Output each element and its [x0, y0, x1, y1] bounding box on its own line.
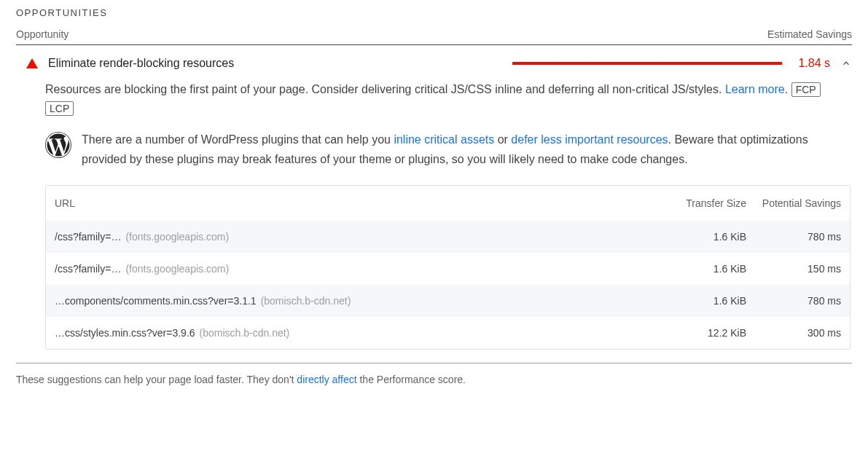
cell-origin: (bomisch.b-cdn.net) — [200, 327, 290, 339]
cell-savings: 780 ms — [746, 231, 841, 243]
desc-text: Resources are blocking the first paint o… — [45, 83, 725, 95]
footer-suf: the Performance score. — [357, 374, 466, 385]
metric-tag-lcp: LCP — [45, 101, 74, 116]
wordpress-text: There are a number of WordPress plugins … — [82, 130, 851, 169]
resources-table: URL Transfer Size Potential Savings /css… — [45, 185, 851, 350]
th-url: URL — [55, 197, 630, 209]
inline-critical-link[interactable]: inline critical assets — [394, 133, 494, 146]
table-row: …components/comments.min.css?ver=3.1.1(b… — [46, 285, 850, 317]
audit-title: Eliminate render-blocking resources — [48, 57, 234, 70]
audit-details: Resources are blocking the first paint o… — [16, 80, 852, 350]
table-row: /css?family=…(fonts.googleapis.com) 1.6 … — [46, 221, 850, 253]
savings-bar — [512, 62, 782, 65]
desc-suffix: . — [785, 83, 788, 95]
th-size: Transfer Size — [630, 197, 746, 209]
cell-url: /css?family=… — [55, 263, 121, 275]
fail-icon — [26, 58, 38, 68]
chevron-up-icon[interactable] — [840, 58, 852, 69]
directly-affect-link[interactable]: directly affect — [297, 374, 356, 385]
cell-size: 1.6 KiB — [630, 263, 746, 275]
wp-mid: or — [494, 133, 511, 146]
cell-origin: (bomisch.b-cdn.net) — [261, 295, 351, 307]
wordpress-icon — [45, 132, 71, 158]
cell-size: 12.2 KiB — [630, 327, 746, 339]
wordpress-note: There are a number of WordPress plugins … — [45, 130, 851, 169]
cell-origin: (fonts.googleapis.com) — [125, 263, 229, 275]
cell-size: 1.6 KiB — [630, 231, 746, 243]
th-savings: Potential Savings — [746, 197, 841, 209]
savings-value: 1.84 s — [792, 57, 830, 70]
wp-prefix: There are a number of WordPress plugins … — [82, 133, 394, 146]
cell-origin: (fonts.googleapis.com) — [125, 231, 229, 243]
defer-resources-link[interactable]: defer less important resources — [511, 133, 668, 146]
section-title: OPPORTUNITIES — [16, 7, 852, 18]
divider — [16, 363, 852, 363]
audit-summary-row[interactable]: Eliminate render-blocking resources 1.84… — [16, 55, 852, 80]
metric-tag-fcp: FCP — [791, 82, 821, 97]
header-opportunity: Opportunity — [16, 28, 69, 40]
table-header: URL Transfer Size Potential Savings — [46, 186, 850, 221]
cell-savings: 150 ms — [746, 263, 841, 275]
audit-description: Resources are blocking the first paint o… — [45, 80, 851, 117]
opportunities-header: Opportunity Estimated Savings — [16, 28, 852, 45]
cell-url: /css?family=… — [55, 231, 121, 243]
learn-more-link[interactable]: Learn more — [725, 83, 785, 95]
cell-savings: 780 ms — [746, 295, 841, 307]
footer-note: These suggestions can help your page loa… — [16, 374, 852, 385]
header-savings: Estimated Savings — [767, 28, 852, 40]
cell-url: …components/comments.min.css?ver=3.1.1 — [55, 295, 257, 307]
cell-size: 1.6 KiB — [630, 295, 746, 307]
cell-url: …css/styles.min.css?ver=3.9.6 — [55, 327, 195, 339]
table-row: /css?family=…(fonts.googleapis.com) 1.6 … — [46, 253, 850, 285]
cell-savings: 300 ms — [746, 327, 841, 339]
footer-pre: These suggestions can help your page loa… — [16, 374, 297, 385]
table-row: …css/styles.min.css?ver=3.9.6(bomisch.b-… — [46, 317, 850, 349]
